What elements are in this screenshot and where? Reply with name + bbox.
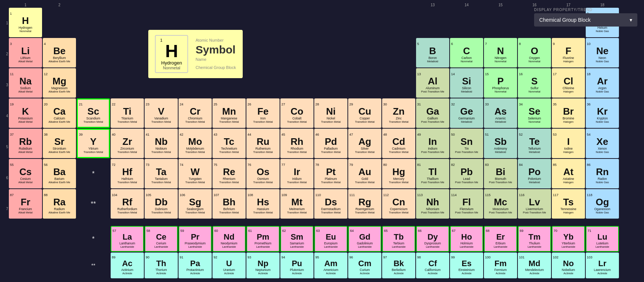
element-Ar[interactable]: 18ArArgonNoble Gas (586, 68, 619, 98)
element-Cu[interactable]: 29CuCopperTransition Metal (348, 98, 381, 128)
element-Bk[interactable]: 97BkBerkeliumActinide (382, 253, 415, 278)
element-Am[interactable]: 95AmAmericiumActinide (314, 253, 347, 278)
element-Si[interactable]: 14SiSiliconMetalloid (450, 68, 483, 98)
element-Na[interactable]: 11NaSodiumAlkali Metal (9, 68, 42, 98)
element-As[interactable]: 33AsArsenicMetalloid (484, 98, 517, 128)
element-Nb[interactable]: 41NbNiobiumTransition Metal (145, 129, 178, 158)
element-Rf[interactable]: 104RfRutherfordiumTransition Metal (111, 189, 144, 219)
element-P[interactable]: 15PPhosphorusNonmetal (484, 68, 517, 98)
element-Kr[interactable]: 36KrKryptonNoble Gas (586, 98, 619, 128)
element-Mc[interactable]: 115McMoscoviumPost-Transition Me (484, 189, 517, 219)
element-Cm[interactable]: 96CmCuriumActinide (348, 253, 381, 278)
element-Hs[interactable]: 108HsHassiumTransition Metal (246, 189, 280, 219)
element-Ce[interactable]: 58CeCeriumLanthanide (145, 226, 178, 252)
element-Se[interactable]: 34SeSeleniumNonmetal (518, 98, 551, 128)
element-Nd[interactable]: 60NdNeodymiumLanthanide (212, 226, 246, 252)
element-Br[interactable]: 35BrBromineHalogen (552, 98, 585, 128)
element-Sg[interactable]: 106SgSeaborgiumTransition Metal (179, 189, 212, 219)
element-Mn[interactable]: 25MnManganeseTransition Metal (212, 98, 246, 128)
element-Tm[interactable]: 69TmThuliumLanthanide (518, 226, 551, 252)
element-Og[interactable]: 118OgOganessonNoble Gas (586, 189, 619, 219)
element-Rh[interactable]: 45RhRhodiumTransition Metal (280, 129, 314, 158)
element-Al[interactable]: 13AlAluminumPost-Transition Me (416, 68, 449, 98)
element-Ne[interactable]: 10NeNeonNoble Gas (586, 38, 619, 67)
element-Cn[interactable]: 112CnCoperniciumTransition Metal (382, 189, 415, 219)
element-Zr[interactable]: 40ZrZirconiumTransition Metal (111, 129, 144, 158)
element-Ni[interactable]: 28NiNickelTransition Metal (314, 98, 347, 128)
element-Mt[interactable]: 109MtMeitneriumTransition Metal (280, 189, 314, 219)
element-Np[interactable]: 93NpNeptuniumActinide (246, 253, 280, 278)
element-B[interactable]: 5BBoronMetalloid (416, 38, 449, 67)
element-Pm[interactable]: 61PmPromethiumLanthanide (246, 226, 280, 252)
element-Es[interactable]: 99EsEinsteiniumActinide (450, 253, 483, 278)
element-Sm[interactable]: 62SmSamariumLanthanide (280, 226, 314, 252)
element-Tb[interactable]: 65TbTerbiumLanthanide (382, 226, 415, 252)
element-Ag[interactable]: 47AgSilverTransition Metal (348, 129, 381, 158)
element-In[interactable]: 49InIndiumPost-Transition Me (416, 129, 449, 158)
element-Db[interactable]: 105DbDubniumTransition Metal (145, 189, 178, 219)
element-Sb[interactable]: 51SbAntimonyMetalloid (484, 129, 517, 158)
element-Mo[interactable]: 42MoMolybdenumTransition Metal (179, 129, 212, 158)
element-Th[interactable]: 90ThThoriumActinide (145, 253, 178, 278)
element-Sn[interactable]: 50SnTinPost-Transition Me (450, 129, 483, 158)
element-Tc[interactable]: 43TcTechnetiumTransition Metal (212, 129, 246, 158)
element-Re[interactable]: 75ReRheniumTransition Metal (212, 159, 246, 188)
element-F[interactable]: 9FFluorineHalogen (552, 38, 585, 67)
element-Lr[interactable]: 103LrLawrenciumActinide (586, 253, 619, 278)
element-Tl[interactable]: 81TlThalliumPost-Transition Me (416, 159, 449, 188)
element-No[interactable]: 102NoNobeliumActinide (552, 253, 585, 278)
element-Nh[interactable]: 113NhNihoniumPost-Transition Me (416, 189, 449, 219)
element-Au[interactable]: 79AuGoldTransition Metal (348, 159, 381, 188)
element-C[interactable]: 6CCarbonNonmetal (450, 38, 483, 67)
element-Mg[interactable]: 12MgMagnesiumAlkaline Earth Me (43, 68, 76, 98)
element-Pr[interactable]: 59PrPraseodymiumLanthanide (179, 226, 212, 252)
element-Ra[interactable]: 88RaRadiumAlkaline Earth Me (43, 189, 76, 219)
element-Bi[interactable]: 83BiBismuthPost-Transition Me (484, 159, 517, 188)
element-Ts[interactable]: 117TsTennessineHalogen (552, 189, 585, 219)
element-Cl[interactable]: 17ClChlorineHalogen (552, 68, 585, 98)
element-Be[interactable]: 4BeBerylliumAlkaline Earth Me (43, 38, 76, 67)
element-V[interactable]: 23VVanadiumTransition Metal (145, 98, 178, 128)
element-Pu[interactable]: 94PuPlutoniumActinide (280, 253, 314, 278)
element-Rn[interactable]: 86RnRadonNoble Gas (586, 159, 619, 188)
element-Co[interactable]: 27CoCobaltTransition Metal (280, 98, 314, 128)
element-O[interactable]: 8OOxygenNonmetal (518, 38, 551, 67)
element-Po[interactable]: 84PoPoloniumMetalloid (518, 159, 551, 188)
element-I[interactable]: 53IIodineHalogen (552, 129, 585, 158)
element-Ga[interactable]: 31GaGalliumPost-Transition Me (416, 98, 449, 128)
element-Os[interactable]: 76OsOsmiumTransition Metal (246, 159, 280, 188)
element-Sr[interactable]: 38SrStrontiumAlkaline Earth Me (43, 129, 76, 158)
element-Ti[interactable]: 22TiTitaniumTransition Metal (111, 98, 144, 128)
element-Fr[interactable]: 87FrFranciumAlkali Metal (9, 189, 42, 219)
element-Li[interactable]: 3LiLithiumAlkali Metal (9, 38, 42, 67)
element-Rg[interactable]: 111RgRoentgeniumTransition Metal (348, 189, 381, 219)
element-Rb[interactable]: 37RbRubidiumAlkali Metal (9, 129, 42, 158)
element-Fl[interactable]: 114FlFleroviumPost-Transition Me (450, 189, 483, 219)
element-At[interactable]: 85AtAstatineHalogen (552, 159, 585, 188)
element-Yb[interactable]: 70YbYtterbiumLanthanide (552, 226, 585, 252)
element-K[interactable]: 19KPotassiumAlkali Metal (9, 98, 42, 128)
chemical-group-dropdown[interactable]: Chemical Group Block ▾ (534, 13, 637, 27)
element-Ir[interactable]: 77IrIridiumTransition Metal (280, 159, 314, 188)
element-Cs[interactable]: 55CsCesiumAlkali Metal (9, 159, 42, 188)
element-Dy[interactable]: 66DyDysprosiumLanthanide (416, 226, 449, 252)
element-Pt[interactable]: 78PtPlatinumTransition Metal (314, 159, 347, 188)
element-Md[interactable]: 101MdMendeleviumActinide (518, 253, 551, 278)
element-Ac[interactable]: 89AcActiniumActinide (111, 253, 144, 278)
element-Fe[interactable]: 26FeIronTransition Metal (246, 98, 280, 128)
element-Pd[interactable]: 46PdPalladiumTransition Metal (314, 129, 347, 158)
element-Hf[interactable]: 72HfHafniumTransition Metal (111, 159, 144, 188)
element-U[interactable]: 92UUraniumActinide (212, 253, 246, 278)
element-Y[interactable]: 39YYttriumTransition Metal (77, 129, 110, 158)
element-Te[interactable]: 52TeTelluriumMetalloid (518, 129, 551, 158)
element-W[interactable]: 74WTungstenTransition Metal (179, 159, 212, 188)
element-Cf[interactable]: 98CfCaliforniumActinide (416, 253, 449, 278)
element-Xe[interactable]: 54XeXenonNoble Gas (586, 129, 619, 158)
element-Ba[interactable]: 56BaBariumAlkaline Earth Me (43, 159, 76, 188)
element-Hg[interactable]: 80HgMercuryTransition Metal (382, 159, 415, 188)
element-Lv[interactable]: 116LvLivermoriumPost-Transition Me (518, 189, 551, 219)
element-Cd[interactable]: 48CdCadmiumTransition Metal (382, 129, 415, 158)
element-Ho[interactable]: 67HoHolmiumLanthanide (450, 226, 483, 252)
element-La[interactable]: 57LaLanthanumLanthanide (111, 226, 144, 252)
element-Ru[interactable]: 44RuRutheniumTransition Metal (246, 129, 280, 158)
